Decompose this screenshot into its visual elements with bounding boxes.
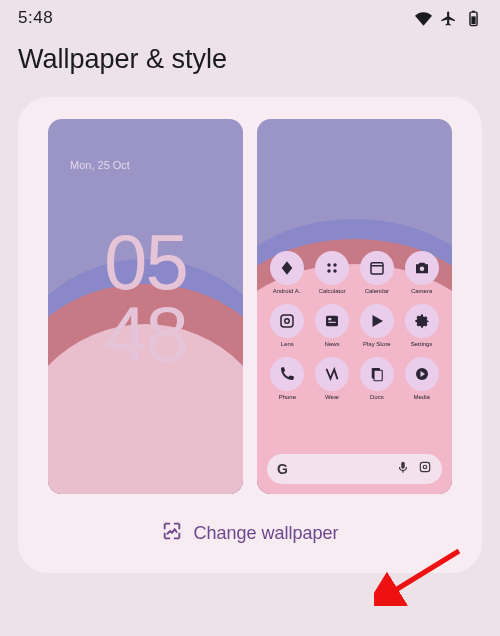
wear-icon — [315, 357, 349, 391]
play-icon — [360, 304, 394, 338]
lock-date: Mon, 25 Oct — [70, 159, 130, 171]
search-bar[interactable]: G — [267, 454, 442, 484]
svg-rect-18 — [420, 462, 429, 471]
wallpaper-icon — [161, 520, 183, 547]
app-label: Docs — [370, 394, 384, 400]
lock-clock: 05 48 — [48, 227, 243, 371]
lens-icon — [270, 304, 304, 338]
app-news[interactable]: News — [310, 304, 355, 347]
svg-rect-2 — [471, 16, 475, 24]
app-play[interactable]: Play Store — [355, 304, 400, 347]
app-label: News — [325, 341, 340, 347]
app-grid: Android A..CalculatorCalendarCameraLensN… — [257, 251, 452, 400]
svg-rect-13 — [328, 322, 336, 323]
news-icon — [315, 304, 349, 338]
app-docs[interactable]: Docs — [355, 357, 400, 400]
preview-row: Mon, 25 Oct 05 48 Android A..CalculatorC… — [36, 119, 464, 494]
docs-icon — [360, 357, 394, 391]
gear-icon — [405, 304, 439, 338]
svg-rect-1 — [472, 10, 475, 11]
phone-icon — [270, 357, 304, 391]
google-logo: G — [277, 461, 288, 477]
lock-screen-preview[interactable]: Mon, 25 Oct 05 48 — [48, 119, 243, 494]
app-label: Settings — [411, 341, 433, 347]
svg-point-6 — [333, 269, 336, 272]
wifi-icon — [415, 10, 432, 27]
app-label: Wear — [325, 394, 339, 400]
app-label: Media — [413, 394, 429, 400]
svg-point-3 — [327, 263, 330, 266]
calendar-icon — [360, 251, 394, 285]
app-gear[interactable]: Settings — [399, 304, 444, 347]
app-lens[interactable]: Lens — [265, 304, 310, 347]
status-time: 5:48 — [18, 8, 53, 28]
media-icon — [405, 357, 439, 391]
app-android[interactable]: Android A.. — [265, 251, 310, 294]
lens-icon[interactable] — [418, 460, 432, 478]
app-label: Lens — [281, 341, 294, 347]
app-label: Play Store — [363, 341, 391, 347]
svg-point-5 — [327, 269, 330, 272]
mic-icon[interactable] — [396, 460, 410, 478]
svg-point-8 — [419, 267, 424, 272]
app-calendar[interactable]: Calendar — [355, 251, 400, 294]
lock-clock-hours: 05 — [48, 227, 243, 299]
lock-clock-minutes: 48 — [48, 299, 243, 371]
app-grid4[interactable]: Calculator — [310, 251, 355, 294]
app-wear[interactable]: Wear — [310, 357, 355, 400]
app-label: Calculator — [319, 288, 346, 294]
app-media[interactable]: Media — [399, 357, 444, 400]
svg-point-19 — [423, 465, 427, 469]
change-wallpaper-label: Change wallpaper — [193, 523, 338, 544]
svg-point-10 — [285, 319, 290, 324]
svg-rect-12 — [328, 318, 331, 320]
app-label: Android A.. — [273, 288, 302, 294]
grid4-icon — [315, 251, 349, 285]
app-label: Phone — [279, 394, 296, 400]
page-title: Wallpaper & style — [0, 32, 500, 97]
battery-icon — [465, 10, 482, 27]
home-screen-preview[interactable]: Android A..CalculatorCalendarCameraLensN… — [257, 119, 452, 494]
change-wallpaper-button[interactable]: Change wallpaper — [36, 520, 464, 547]
svg-rect-9 — [281, 315, 293, 327]
svg-rect-15 — [374, 370, 382, 381]
svg-rect-11 — [326, 316, 338, 327]
app-label: Camera — [411, 288, 432, 294]
svg-rect-7 — [371, 263, 383, 274]
app-camera[interactable]: Camera — [399, 251, 444, 294]
app-phone[interactable]: Phone — [265, 357, 310, 400]
wallpaper-card: Mon, 25 Oct 05 48 Android A..CalculatorC… — [18, 97, 482, 573]
status-icons — [415, 10, 482, 27]
app-label: Calendar — [365, 288, 389, 294]
android-icon — [270, 251, 304, 285]
status-bar: 5:48 — [0, 0, 500, 32]
svg-point-4 — [333, 263, 336, 266]
camera-icon — [405, 251, 439, 285]
airplane-icon — [440, 10, 457, 27]
